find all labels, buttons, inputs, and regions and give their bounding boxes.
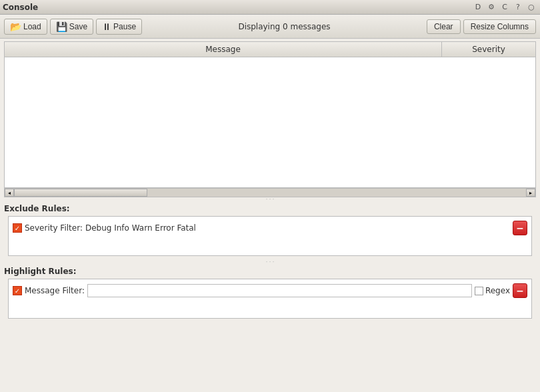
highlight-rules-header: Highlight Rules: xyxy=(0,264,540,277)
regex-text: Regex xyxy=(485,286,510,295)
highlight-rule-label: Message Filter: xyxy=(25,286,85,295)
exclude-rules-header: Exclude Rules: xyxy=(0,201,540,215)
pause-label: Pause xyxy=(113,22,136,31)
exclude-remove-button[interactable]: − xyxy=(513,221,527,235)
c-icon[interactable]: C xyxy=(499,1,511,13)
save-label: Save xyxy=(69,22,87,31)
title-text: Console xyxy=(3,3,38,12)
title-bar: Console D ⚙ C ? ○ xyxy=(0,0,540,15)
title-bar-left: Console xyxy=(3,3,38,12)
pause-button[interactable]: ⏸ Pause xyxy=(96,19,142,35)
status-text: Displaying 0 messages xyxy=(145,22,424,31)
save-icon: 💾 xyxy=(56,21,67,32)
exclude-rule-label: Severity Filter: xyxy=(25,223,83,233)
load-button[interactable]: 📂 Load xyxy=(4,19,47,35)
scroll-right-button[interactable]: ▸ xyxy=(526,189,535,197)
d-icon[interactable]: D xyxy=(472,1,484,13)
main-content: Message Severity ◂ ▸ · · · Exclude Rules… xyxy=(0,39,540,392)
highlight-remove-button[interactable]: − xyxy=(513,283,527,298)
highlight-rules-box: ✓ Message Filter: Regex − xyxy=(8,279,532,319)
table-body[interactable] xyxy=(5,57,535,187)
highlight-rule-row: ✓ Message Filter: Regex − xyxy=(11,282,529,299)
resize-columns-button[interactable]: Resize Columns xyxy=(463,19,536,34)
scroll-thumb[interactable] xyxy=(14,189,147,197)
exclude-rule-row: ✓ Severity Filter: Debug Info Warn Error… xyxy=(11,219,529,237)
help-icon[interactable]: ? xyxy=(512,1,524,13)
severity-column-header: Severity xyxy=(442,42,535,57)
exclude-rules-box: ✓ Severity Filter: Debug Info Warn Error… xyxy=(8,216,532,256)
exclude-rule-value: Debug Info Warn Error Fatal xyxy=(85,223,510,233)
message-table: Message Severity xyxy=(4,41,536,188)
save-button[interactable]: 💾 Save xyxy=(50,19,93,35)
gear-icon[interactable]: ⚙ xyxy=(485,1,497,13)
scroll-left-button[interactable]: ◂ xyxy=(5,189,14,197)
scroll-track[interactable] xyxy=(14,189,526,197)
table-header: Message Severity xyxy=(5,42,535,57)
exclude-rule-checkbox[interactable]: ✓ xyxy=(13,223,22,233)
load-icon: 📂 xyxy=(10,21,21,32)
load-label: Load xyxy=(23,22,41,31)
title-bar-icons: D ⚙ C ? ○ xyxy=(472,1,537,13)
message-filter-input[interactable] xyxy=(87,284,472,297)
toolbar: 📂 Load 💾 Save ⏸ Pause Displaying 0 messa… xyxy=(0,15,540,39)
message-column-header: Message xyxy=(5,42,442,57)
close-icon[interactable]: ○ xyxy=(525,1,537,13)
regex-checkbox[interactable] xyxy=(475,287,483,295)
regex-label: Regex xyxy=(475,286,510,295)
pause-icon: ⏸ xyxy=(102,21,111,32)
horizontal-scrollbar[interactable]: ◂ ▸ xyxy=(4,188,536,197)
highlight-rule-checkbox[interactable]: ✓ xyxy=(13,286,22,295)
clear-button[interactable]: Clear xyxy=(427,19,461,34)
